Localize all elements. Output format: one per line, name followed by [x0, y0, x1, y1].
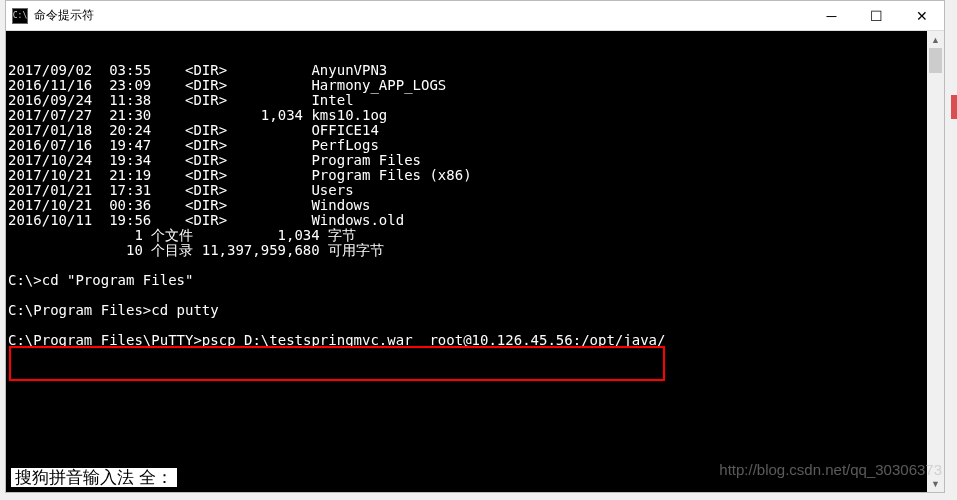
- vertical-scrollbar[interactable]: ▲ ▼: [927, 31, 944, 492]
- terminal-area[interactable]: 2017/09/02 03:55 <DIR> AnyunVPN32016/11/…: [6, 31, 944, 492]
- side-decoration: [951, 95, 957, 119]
- maximize-button[interactable]: ☐: [854, 1, 899, 30]
- terminal-line: C:\Program Files>cd putty: [8, 303, 944, 318]
- scroll-down-arrow[interactable]: ▼: [927, 475, 944, 492]
- terminal-line: 2017/01/21 17:31 <DIR> Users: [8, 183, 944, 198]
- terminal-line: 2017/10/21 21:19 <DIR> Program Files (x8…: [8, 168, 944, 183]
- terminal-line: 2017/10/21 00:36 <DIR> Windows: [8, 198, 944, 213]
- window-title: 命令提示符: [34, 7, 809, 24]
- terminal-line: 10 个目录 11,397,959,680 可用字节: [8, 243, 944, 258]
- ime-status: 搜狗拼音输入法 全：: [11, 468, 177, 487]
- scrollbar-track[interactable]: [927, 48, 944, 475]
- scrollbar-thumb[interactable]: [929, 48, 942, 73]
- terminal-line: [8, 258, 944, 273]
- terminal-line: 2016/07/16 19:47 <DIR> PerfLogs: [8, 138, 944, 153]
- terminal-line: 2017/09/02 03:55 <DIR> AnyunVPN3: [8, 63, 944, 78]
- window-controls: ─ ☐ ✕: [809, 1, 944, 30]
- scroll-up-arrow[interactable]: ▲: [927, 31, 944, 48]
- terminal-line: 2017/10/24 19:34 <DIR> Program Files: [8, 153, 944, 168]
- terminal-line: [8, 288, 944, 303]
- titlebar[interactable]: C:\ 命令提示符 ─ ☐ ✕: [6, 1, 944, 31]
- terminal-line: 2017/07/27 21:30 1,034 kms10.1og: [8, 108, 944, 123]
- close-button[interactable]: ✕: [899, 1, 944, 30]
- terminal-line: [8, 318, 944, 333]
- terminal-line: C:\>cd "Program Files": [8, 273, 944, 288]
- cmd-icon: C:\: [12, 8, 28, 24]
- terminal-line: 2016/09/24 11:38 <DIR> Intel: [8, 93, 944, 108]
- terminal-content: 2017/09/02 03:55 <DIR> AnyunVPN32016/11/…: [8, 63, 944, 348]
- cmd-window: C:\ 命令提示符 ─ ☐ ✕ 2017/09/02 03:55 <DIR> A…: [5, 0, 945, 493]
- terminal-line: 2016/11/16 23:09 <DIR> Harmony_APP_LOGS: [8, 78, 944, 93]
- terminal-line: 1 个文件 1,034 字节: [8, 228, 944, 243]
- terminal-line: C:\Program Files\PuTTY>pscp D:\testsprin…: [8, 333, 944, 348]
- highlight-annotation: [9, 346, 665, 381]
- terminal-line: 2017/01/18 20:24 <DIR> OFFICE14: [8, 123, 944, 138]
- terminal-line: 2016/10/11 19:56 <DIR> Windows.old: [8, 213, 944, 228]
- minimize-button[interactable]: ─: [809, 1, 854, 30]
